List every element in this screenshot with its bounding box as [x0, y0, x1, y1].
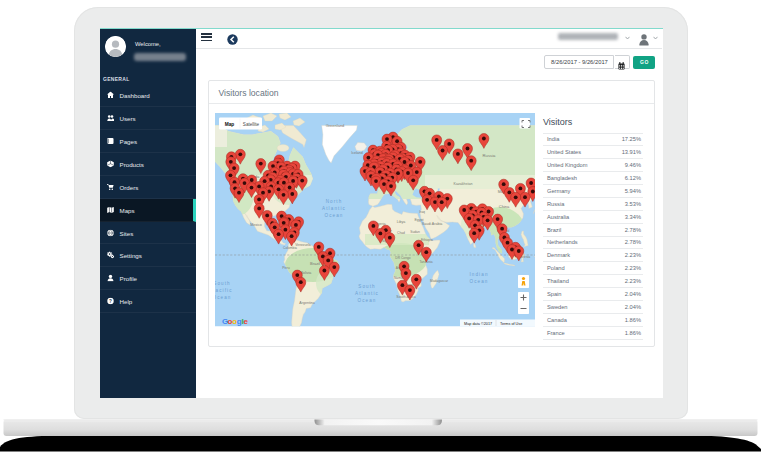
svg-text:Chad: Chad [397, 231, 405, 235]
svg-text:Sudan: Sudan [410, 230, 420, 234]
svg-text:Indian: Indian [469, 272, 488, 277]
svg-text:Brazil: Brazil [310, 261, 320, 266]
svg-text:Pacific: Pacific [215, 288, 233, 293]
svg-text:Kazakhstan: Kazakhstan [454, 182, 473, 186]
svg-text:Iraq: Iraq [419, 210, 425, 214]
svg-text:Ocean: Ocean [324, 213, 343, 218]
svg-text:Mexico: Mexico [250, 223, 261, 227]
svg-text:Peru: Peru [282, 266, 290, 270]
svg-text:Ocean: Ocean [357, 298, 376, 303]
svg-text:Colombia: Colombia [283, 246, 297, 250]
svg-text:Greenland: Greenland [326, 123, 345, 128]
svg-text:Terms of Use: Terms of Use [500, 322, 522, 326]
svg-text:Atlantic: Atlantic [355, 291, 379, 296]
svg-text:South: South [358, 284, 376, 289]
svg-text:South: South [215, 281, 231, 286]
svg-text:Satellite: Satellite [243, 122, 260, 127]
svg-text:Map: Map [225, 122, 235, 127]
svg-text:?: ? [109, 299, 112, 304]
svg-text:Argentina: Argentina [299, 301, 314, 305]
svg-text:Venezuela: Venezuela [295, 243, 311, 247]
svg-text:e: e [244, 317, 249, 326]
svg-text:DR Congo: DR Congo [395, 256, 411, 260]
svg-text:China: China [499, 204, 510, 209]
svg-text:Ethiopia: Ethiopia [421, 238, 433, 242]
svg-text:Libya: Libya [397, 220, 406, 224]
svg-text:Atlantic: Atlantic [322, 206, 346, 211]
svg-text:North: North [326, 199, 343, 204]
svg-text:Iceland: Iceland [351, 151, 363, 155]
svg-text:Russia: Russia [483, 153, 496, 158]
svg-text:Ocean: Ocean [469, 279, 488, 284]
svg-text:Saudi Arabia: Saudi Arabia [422, 222, 442, 226]
svg-text:Map data ©2017: Map data ©2017 [464, 322, 492, 326]
svg-text:Madagascar: Madagascar [430, 279, 449, 283]
svg-text:Ocean: Ocean [215, 295, 232, 300]
